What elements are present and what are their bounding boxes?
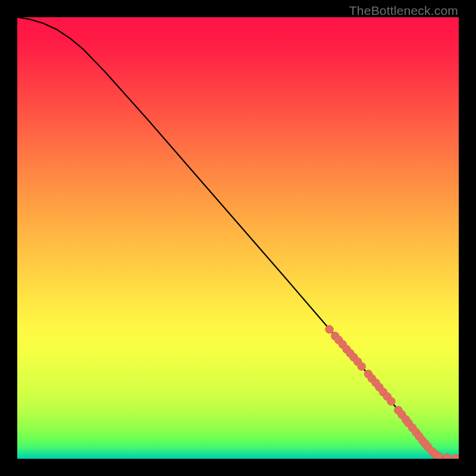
data-marker (358, 362, 366, 371)
attribution-text: TheBottleneck.com (349, 4, 458, 18)
chart-overlay (17, 17, 459, 459)
curve-line (17, 17, 459, 459)
chart-stage: TheBottleneck.com (0, 0, 476, 476)
markers-group (325, 325, 459, 459)
data-marker (443, 454, 452, 459)
data-marker (325, 325, 334, 334)
plot-area (17, 17, 459, 459)
data-marker (387, 397, 395, 406)
